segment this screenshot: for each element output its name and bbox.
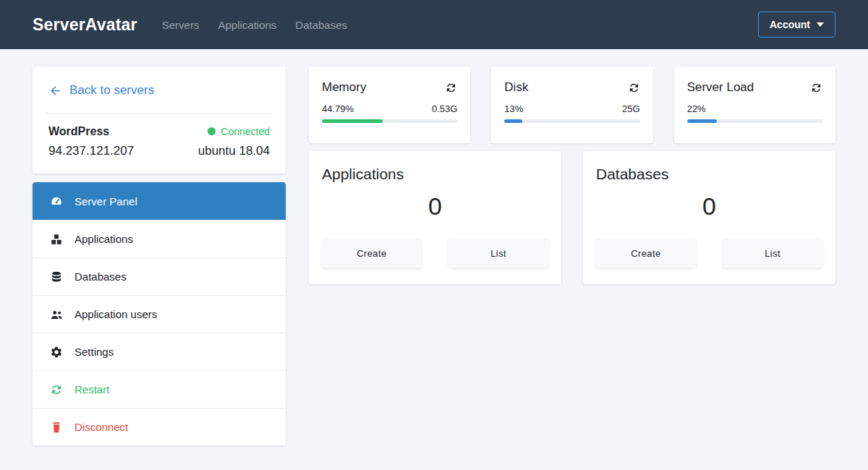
nav-link-servers[interactable]: Servers	[162, 19, 200, 31]
stat-header: Memory	[322, 80, 457, 95]
sidebar-item-application-users[interactable]: Application users	[33, 295, 286, 333]
server-info-card: Back to servers WordPress Connected 94.2…	[33, 67, 286, 174]
users-icon	[50, 308, 64, 321]
stat-header: Disk	[504, 80, 639, 95]
applications-count: 0	[322, 192, 548, 221]
server-load-stat-card: Server Load 22%	[674, 67, 835, 143]
stat-percent: 22%	[687, 103, 706, 114]
account-dropdown-button[interactable]: Account	[758, 12, 835, 38]
sidebar-item-settings[interactable]: Settings	[33, 333, 286, 370]
stat-header: Server Load	[687, 80, 822, 95]
disk-progress-fill	[504, 119, 522, 123]
stat-title: Memory	[322, 80, 366, 95]
status-label: Connected	[221, 126, 270, 137]
server-meta-row: 94.237.121.207 ubuntu 18.04	[48, 144, 270, 158]
server-os: ubuntu 18.04	[198, 144, 270, 158]
server-load-progress-fill	[687, 119, 717, 123]
memory-progress-track	[322, 119, 457, 123]
status-badge: Connected	[208, 126, 270, 137]
memory-stat-card: Memory 44.79% 0.53G	[309, 67, 470, 143]
back-link-label: Back to servers	[69, 83, 154, 98]
stats-row: Memory 44.79% 0.53G	[309, 67, 835, 143]
nav-link-applications[interactable]: Applications	[218, 19, 276, 31]
stat-title: Server Load	[687, 80, 754, 95]
databases-list-button[interactable]: List	[723, 239, 822, 268]
trash-icon	[50, 421, 64, 434]
sidebar-item-databases[interactable]: Databases	[33, 257, 286, 295]
back-to-servers-link[interactable]: Back to servers	[48, 82, 270, 101]
stat-percent: 13%	[504, 103, 523, 114]
sidebar-item-label: Server Panel	[75, 195, 137, 208]
databases-create-button[interactable]: Create	[596, 239, 696, 268]
stat-values: 13% 25G	[504, 103, 639, 114]
divider	[46, 113, 273, 114]
account-label: Account	[770, 19, 810, 30]
sync-icon	[50, 383, 64, 396]
refresh-icon[interactable]	[810, 82, 822, 94]
cubes-icon	[50, 233, 64, 246]
refresh-icon[interactable]	[445, 82, 457, 94]
panel-title: Databases	[596, 166, 822, 183]
brand-logo[interactable]: ServerAvatar	[33, 15, 137, 35]
memory-progress-fill	[322, 119, 383, 123]
applications-create-button[interactable]: Create	[322, 239, 422, 268]
right-column: Memory 44.79% 0.53G	[309, 67, 835, 445]
disk-stat-card: Disk 13% 25G	[491, 67, 652, 143]
server-name: WordPress	[48, 125, 109, 138]
caret-down-icon	[817, 22, 824, 27]
sidebar-item-label: Databases	[75, 270, 127, 283]
main-content: Back to servers WordPress Connected 94.2…	[0, 49, 868, 445]
nav-links: Servers Applications Databases	[162, 19, 366, 31]
panel-buttons: Create List	[596, 239, 822, 268]
tachometer-icon	[50, 195, 64, 208]
server-load-progress-track	[687, 119, 822, 123]
disk-progress-track	[504, 119, 639, 123]
status-dot-icon	[208, 127, 216, 135]
stat-size: 25G	[622, 103, 640, 114]
refresh-icon[interactable]	[628, 82, 640, 94]
database-icon	[50, 270, 64, 283]
left-column: Back to servers WordPress Connected 94.2…	[33, 67, 286, 445]
stat-title: Disk	[504, 80, 528, 95]
sidebar-item-label: Applications	[75, 233, 133, 245]
applications-panel: Applications 0 Create List	[309, 151, 561, 284]
sidebar-item-label: Settings	[75, 346, 114, 358]
sidebar-item-server-panel[interactable]: Server Panel	[33, 182, 286, 220]
arrow-left-icon	[48, 84, 62, 98]
stat-values: 44.79% 0.53G	[322, 103, 457, 114]
navbar: ServerAvatar Servers Applications Databa…	[0, 0, 868, 49]
nav-link-databases[interactable]: Databases	[295, 19, 347, 31]
sidebar-item-label: Disconnect	[75, 421, 128, 433]
stat-size: 0.53G	[432, 103, 457, 114]
server-ip: 94.237.121.207	[48, 144, 134, 158]
panel-title: Applications	[322, 166, 548, 183]
databases-count: 0	[596, 192, 822, 221]
databases-panel: Databases 0 Create List	[583, 151, 835, 284]
cogs-icon	[50, 346, 64, 359]
sidebar-item-applications[interactable]: Applications	[33, 220, 286, 257]
stat-values: 22%	[687, 103, 822, 114]
server-name-row: WordPress Connected	[48, 125, 270, 138]
sidebar-menu: Server Panel Applications	[33, 182, 286, 445]
applications-list-button[interactable]: List	[448, 239, 548, 268]
sidebar-item-restart[interactable]: Restart	[33, 370, 286, 408]
panel-buttons: Create List	[322, 239, 548, 268]
sidebar-item-disconnect[interactable]: Disconnect	[33, 408, 286, 445]
sidebar-item-label: Application users	[75, 308, 157, 320]
stat-percent: 44.79%	[322, 103, 354, 114]
sidebar-item-label: Restart	[75, 383, 109, 396]
panels-row: Applications 0 Create List Databases 0 C…	[309, 151, 835, 284]
